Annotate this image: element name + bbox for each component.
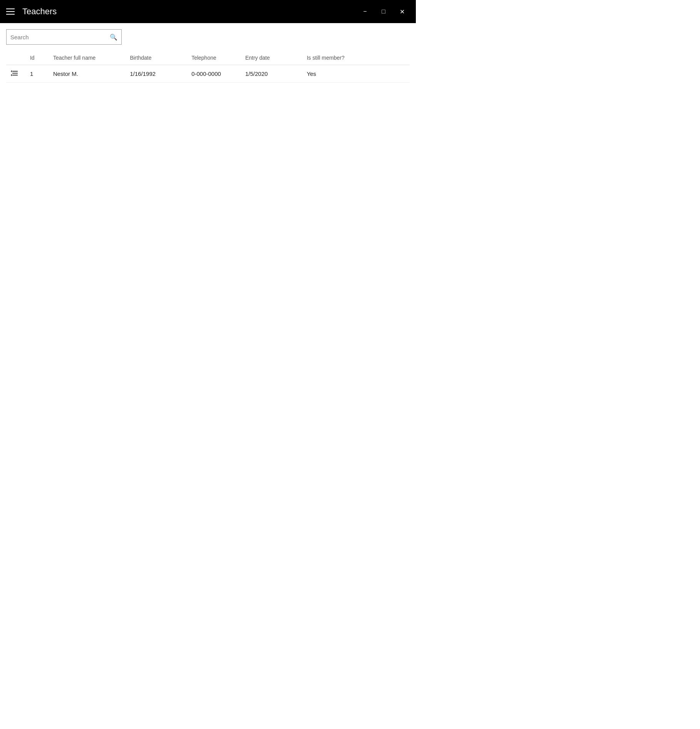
edit-icon[interactable]	[11, 70, 19, 77]
search-bar[interactable]: 🔍	[6, 29, 122, 45]
col-header-entry-date: Entry date	[241, 51, 302, 65]
col-header-extra	[371, 51, 410, 65]
col-header-action	[6, 51, 25, 65]
title-bar: Teachers − □ ✕	[0, 0, 416, 23]
row-cell-extra	[371, 65, 410, 83]
col-header-id: Id	[25, 51, 49, 65]
row-action-cell[interactable]	[6, 65, 25, 83]
row-cell-entry_date: 1/5/2020	[241, 65, 302, 83]
col-header-birthdate: Birthdate	[125, 51, 187, 65]
row-cell-id: 1	[25, 65, 49, 83]
teachers-table: Id Teacher full name Birthdate Telephone…	[6, 51, 410, 83]
hamburger-menu-icon[interactable]	[6, 8, 15, 15]
content-area: 🔍 Id Teacher full name Birthdate Telepho…	[0, 23, 416, 89]
row-cell-telephone: 0-000-0000	[187, 65, 241, 83]
app-title: Teachers	[22, 7, 57, 17]
col-header-is-member: Is still member?	[302, 51, 372, 65]
maximize-button[interactable]: □	[376, 4, 391, 19]
table-row: 1Nestor M.1/16/19920-000-00001/5/2020Yes	[6, 65, 410, 83]
close-button[interactable]: ✕	[394, 4, 410, 19]
row-cell-is_member: Yes	[302, 65, 372, 83]
table-header-row: Id Teacher full name Birthdate Telephone…	[6, 51, 410, 65]
search-input[interactable]	[10, 34, 108, 40]
col-header-name: Teacher full name	[49, 51, 126, 65]
window-controls: − □ ✕	[357, 4, 410, 19]
row-cell-name: Nestor M.	[49, 65, 126, 83]
search-icon: 🔍	[110, 34, 117, 41]
col-header-telephone: Telephone	[187, 51, 241, 65]
row-cell-birthdate: 1/16/1992	[125, 65, 187, 83]
minimize-button[interactable]: −	[357, 4, 373, 19]
